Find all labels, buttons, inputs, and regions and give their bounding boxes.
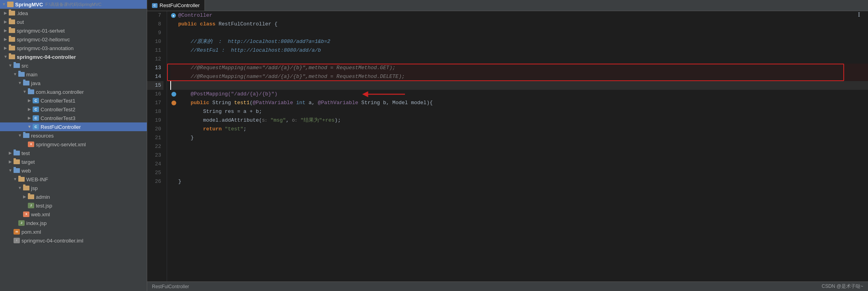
code-line-18: String res = a + b; (170, 107, 868, 116)
sidebar-item-webinf[interactable]: ▼ WEB-INF (0, 175, 147, 184)
code-editor[interactable]: 7 8 9 10 11 12 13 14 15 16 17 18 19 20 2… (147, 11, 868, 281)
sidebar-label-resources: resources (31, 133, 54, 139)
sidebar-item-springmvc-xml[interactable]: ▶ X springmvc-servlet.xml (0, 140, 147, 149)
code-line-12 (170, 55, 868, 64)
sidebar-label-jsp-folder: jsp (31, 185, 38, 191)
code-line-23 (170, 151, 868, 160)
sidebar-label-iml: springmvc-04-controller.iml (21, 238, 83, 244)
sidebar-item-admin[interactable]: ▶ admin (0, 192, 147, 201)
code-line-19: model.addAttribute(S: "msg", O: "结果为"+re… (170, 116, 868, 125)
tab-label-restful: RestFulController (160, 2, 200, 8)
project-name: SpringMVC (15, 2, 43, 8)
sidebar-item-idea[interactable]: ▶ .idea (0, 9, 147, 17)
bottom-bar-right: CSDN @是术子哒~ (821, 283, 863, 290)
sidebar-label-restful: RestFulController (41, 124, 81, 130)
code-line-11: //RestFul : http://localhost:8080/add/a/… (170, 46, 868, 55)
sidebar-label-src: src (21, 63, 28, 69)
code-line-17: public String test1(@PathVariable int a,… (170, 99, 868, 107)
sidebar-item-java[interactable]: ▼ java (0, 79, 147, 87)
sidebar-label-springmvc02: springmvc-02-hellomvc (17, 37, 70, 43)
code-line-25 (170, 169, 868, 177)
sidebar-label-controller2: ControllerTest2 (41, 107, 75, 113)
sidebar-item-test[interactable]: ▶ test (0, 149, 147, 157)
sidebar-item-testjsp[interactable]: ▶ J test.jsp (0, 201, 147, 210)
bottom-bar-left: RestFulController (152, 284, 189, 289)
code-line-21: } (170, 134, 868, 142)
sidebar-label-web: web (21, 168, 31, 174)
sidebar-label-indexjsp: index.jsp (26, 220, 47, 226)
code-line-22 (170, 142, 868, 151)
sidebar-item-package[interactable]: ▼ com.kuang.controller (0, 87, 147, 96)
sidebar-item-springmvc02[interactable]: ▶ springmvc-02-hellomvc (0, 35, 147, 44)
code-line-20: return "test"; (170, 125, 868, 134)
sidebar-label-pomxml: pom.xml (21, 229, 41, 235)
sidebar-label-webinf: WEB-INF (26, 177, 48, 182)
sidebar-label-test: test (21, 150, 30, 156)
sidebar-item-target[interactable]: ▶ target (0, 157, 147, 166)
sidebar-label-controller1: ControllerTest1 (41, 98, 75, 104)
sidebar-label-springmvc03: springmvc-03-annotation (17, 45, 74, 51)
sidebar-item-web[interactable]: ▼ web (0, 166, 147, 175)
sidebar-label-webxml: web.xml (31, 211, 50, 217)
code-content[interactable]: ● @Controller public class RestFulContro… (167, 11, 868, 281)
sidebar-item-springmvc01[interactable]: ▶ springmvc-01-serlvet (0, 26, 147, 35)
code-line-13: //@RequestMapping(name="/add/{a}/{b}",me… (170, 64, 868, 72)
code-line-7: ● @Controller (170, 11, 868, 20)
csdn-label: CSDN @是术子哒~ (821, 283, 863, 289)
sidebar-label-testjsp: test.jsp (36, 203, 52, 209)
sidebar-item-controller1[interactable]: ▶ C ControllerTest1 (0, 96, 147, 105)
bottom-tab-label: RestFulController (152, 284, 189, 289)
sidebar-item-indexjsp[interactable]: ▶ J index.jsp (0, 219, 147, 227)
i-beam-cursor: I (858, 11, 860, 18)
editor-tab-bar: C RestFulController (147, 0, 868, 11)
project-chevron: ▼ (2, 2, 6, 7)
code-line-15 (170, 81, 868, 90)
sidebar-item-controller3[interactable]: ▶ C ControllerTest3 (0, 114, 147, 122)
sidebar-label-springmvc04: springmvc-04-controller (17, 54, 76, 60)
sidebar-label-springmvc01: springmvc-01-serlvet (17, 28, 65, 34)
svg-text:●: ● (173, 14, 175, 17)
sidebar-item-restful[interactable]: ▼ C RestFulController (0, 122, 147, 131)
sidebar-item-resources[interactable]: ▼ resources (0, 131, 147, 140)
sidebar-label-target: target (21, 159, 35, 165)
sidebar-item-out[interactable]: ▶ out (0, 17, 147, 26)
sidebar-item-jsp-folder[interactable]: ▼ jsp (0, 184, 147, 192)
code-line-26: } (170, 177, 868, 186)
sidebar: ▼ SpringMVC F:\高级备课\代码\SpringMVC ▶ .idea… (0, 0, 147, 291)
sidebar-label-java: java (31, 80, 41, 86)
code-line-16: @PostMapping("/add/{a}/{b}") (170, 90, 868, 99)
code-line-9 (170, 29, 868, 37)
svg-point-5 (171, 101, 176, 105)
sidebar-item-webxml[interactable]: ▶ X web.xml (0, 210, 147, 219)
sidebar-item-pomxml[interactable]: ▶ m pom.xml (0, 227, 147, 236)
text-cursor (170, 81, 171, 90)
svg-point-2 (171, 92, 176, 97)
sidebar-label-out: out (17, 19, 24, 25)
code-line-24 (170, 160, 868, 169)
sidebar-item-controller2[interactable]: ▶ C ControllerTest2 (0, 105, 147, 114)
code-line-10: //原来的 : http://localhost:8080/add?a=1&b=… (170, 37, 868, 46)
sidebar-item-springmvc04[interactable]: ▼ springmvc-04-controller (0, 52, 147, 61)
bottom-bar: RestFulController CSDN @是术子哒~ (147, 281, 868, 291)
sidebar-item-src[interactable]: ▼ src (0, 61, 147, 70)
line-numbers: 7 8 9 10 11 12 13 14 15 16 17 18 19 20 2… (147, 11, 167, 281)
sidebar-label-admin: admin (36, 194, 50, 200)
sidebar-label-controller3: ControllerTest3 (41, 115, 75, 121)
sidebar-label-main: main (26, 72, 37, 78)
project-root[interactable]: ▼ SpringMVC F:\高级备课\代码\SpringMVC (0, 0, 147, 9)
sidebar-label-idea: .idea (17, 10, 28, 16)
red-arrow (361, 90, 409, 98)
code-line-14: //@RequestMapping(name="/add/{a}/{b}",me… (170, 72, 868, 81)
sidebar-item-iml[interactable]: ▶ i springmvc-04-controller.iml (0, 236, 147, 245)
sidebar-item-springmvc03[interactable]: ▶ springmvc-03-annotation (0, 44, 147, 52)
sidebar-label-package: com.kuang.controller (36, 89, 84, 95)
sidebar-item-main[interactable]: ▼ main (0, 70, 147, 79)
sidebar-label-springmvc-xml: springmvc-servlet.xml (36, 142, 86, 147)
code-line-8: public class RestFulController { (170, 20, 868, 29)
editor-area: C RestFulController 7 8 9 10 11 12 13 14… (147, 0, 868, 291)
tab-restful[interactable]: C RestFulController (147, 0, 205, 11)
